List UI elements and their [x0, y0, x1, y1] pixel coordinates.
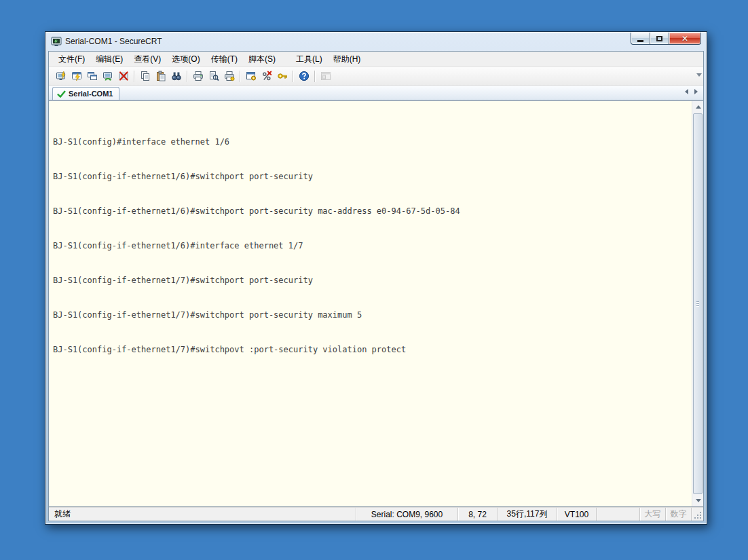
terminal-line: BJ-S1(config-if-ethernet1/7)#switchpovt … — [53, 344, 688, 356]
print-preview-icon — [208, 71, 219, 81]
tab-label: Serial-COM1 — [69, 90, 113, 98]
window-body: 文件(F) 编辑(E) 查看(V) 选项(O) 传输(T) 脚本(S) 工具(L… — [48, 51, 704, 521]
connected-check-icon — [57, 90, 66, 98]
close-button[interactable]: ✕ — [669, 33, 701, 45]
toolbar — [49, 67, 703, 86]
toolbar-separator — [240, 71, 240, 82]
scrollbar-grip-icon — [696, 301, 699, 307]
copy-icon — [140, 71, 151, 81]
help-icon — [299, 71, 310, 81]
connect-in-tab-button[interactable] — [84, 69, 100, 83]
print-setup-icon — [224, 71, 235, 81]
menu-item-view[interactable]: 查看(V) — [128, 52, 166, 67]
session-options-icon — [246, 71, 257, 81]
desktop: { "colors": { "desktop": "#3d80c4", "ter… — [0, 0, 748, 560]
scroll-down-icon — [696, 499, 701, 502]
status-blank-pane — [596, 508, 639, 521]
status-rows-cols: 35行,117列 — [497, 508, 557, 521]
connect-in-tab-icon — [87, 71, 98, 81]
paste-icon — [155, 71, 166, 81]
toolbar-separator — [293, 71, 293, 82]
toolbar-overflow-button[interactable] — [696, 73, 702, 77]
terminal-area: BJ-S1(config)#interface ethernet 1/6 BJ-… — [49, 100, 703, 507]
menu-item-script[interactable]: 脚本(S) — [243, 52, 281, 67]
maximize-button[interactable] — [650, 33, 669, 45]
status-num-indicator: 数字 — [665, 508, 691, 521]
print-preview-button[interactable] — [206, 69, 221, 83]
disconnect-icon — [118, 71, 129, 81]
session-options-button[interactable] — [243, 69, 259, 83]
cancel-script-button[interactable] — [259, 69, 274, 83]
keymap-editor-button[interactable] — [274, 69, 290, 83]
terminal-line: BJ-S1(config-if-ethernet1/7)#switchport … — [53, 310, 688, 321]
print-button[interactable] — [190, 69, 206, 83]
menu-bar: 文件(F) 编辑(E) 查看(V) 选项(O) 传输(T) 脚本(S) 工具(L… — [49, 52, 703, 67]
scrollbar-thumb[interactable] — [693, 113, 703, 494]
connect-icon — [56, 71, 67, 81]
status-cursor-position: 8, 72 — [457, 508, 497, 521]
toolbar-separator — [134, 71, 134, 82]
title-bar[interactable]: Serial-COM1 - SecureCRT ✕ — [45, 32, 707, 51]
status-bar: 就绪 Serial: COM9, 9600 8, 72 35行,117列 VT1… — [49, 507, 703, 521]
minimize-icon — [637, 40, 643, 42]
cancel-script-icon — [261, 71, 272, 81]
securecrt-window: Serial-COM1 - SecureCRT ✕ 文件(F) 编辑(E) 查看… — [45, 31, 707, 525]
reconnect-icon — [102, 71, 113, 81]
close-icon: ✕ — [681, 34, 688, 43]
terminal-line: BJ-S1(config)#interface ethernet 1/6 — [53, 136, 688, 148]
terminal-line: BJ-S1(config-if-ethernet1/6)#switchport … — [53, 171, 688, 183]
menu-item-tools[interactable]: 工具(L) — [291, 52, 328, 67]
menu-item-file[interactable]: 文件(F) — [53, 52, 90, 67]
toolbar-separator — [314, 71, 315, 82]
status-ready: 就绪 — [49, 508, 356, 521]
quick-connect-icon — [71, 71, 82, 81]
vertical-scrollbar[interactable] — [692, 101, 703, 506]
print-icon — [193, 71, 204, 81]
tab-bar: Serial-COM1 — [49, 86, 703, 100]
menu-item-help[interactable]: 帮助(H) — [328, 52, 367, 67]
resize-grip[interactable] — [691, 508, 703, 521]
tab-scroll-left-icon[interactable] — [685, 89, 688, 94]
app-icon — [51, 36, 62, 47]
terminal-line: BJ-S1(config-if-ethernet1/7)#switchport … — [53, 275, 688, 286]
paste-button[interactable] — [153, 69, 168, 83]
maximize-icon — [656, 36, 662, 41]
menu-item-transfer[interactable]: 传输(T) — [206, 52, 243, 67]
menu-item-options[interactable]: 选项(O) — [166, 52, 205, 67]
print-setup-button[interactable] — [221, 69, 237, 83]
find-button[interactable] — [168, 69, 184, 83]
status-caps-indicator: 大写 — [639, 508, 665, 521]
terminal-line: BJ-S1(config-if-ethernet1/6)#switchport … — [53, 206, 688, 217]
window-title: Serial-COM1 - SecureCRT — [65, 37, 162, 46]
toolbar-separator — [187, 71, 187, 82]
scroll-down-button[interactable] — [692, 495, 703, 506]
menu-item-edit[interactable]: 编辑(E) — [90, 52, 128, 67]
disconnect-button[interactable] — [115, 69, 131, 83]
tab-serial-com1[interactable]: Serial-COM1 — [52, 87, 119, 100]
status-serial: Serial: COM9, 9600 — [356, 508, 457, 521]
session-manager-icon — [320, 71, 331, 81]
resize-grip-icon — [700, 517, 701, 519]
copy-button[interactable] — [137, 69, 153, 83]
quick-connect-button[interactable] — [69, 69, 84, 83]
terminal-screen[interactable]: BJ-S1(config)#interface ethernet 1/6 BJ-… — [49, 101, 692, 506]
scroll-up-icon — [696, 105, 701, 109]
minimize-button[interactable] — [631, 33, 650, 45]
terminal-line: BJ-S1(config-if-ethernet1/6)#interface e… — [53, 240, 688, 252]
session-manager-button[interactable] — [318, 69, 333, 83]
help-button[interactable] — [296, 69, 312, 83]
connect-button[interactable] — [53, 69, 69, 83]
find-icon — [171, 71, 182, 81]
status-emulation: VT100 — [557, 508, 596, 521]
reconnect-button[interactable] — [100, 69, 115, 83]
keymap-editor-icon — [277, 71, 288, 81]
scroll-up-button[interactable] — [692, 101, 703, 113]
tab-scroll-right-icon[interactable] — [694, 89, 698, 94]
